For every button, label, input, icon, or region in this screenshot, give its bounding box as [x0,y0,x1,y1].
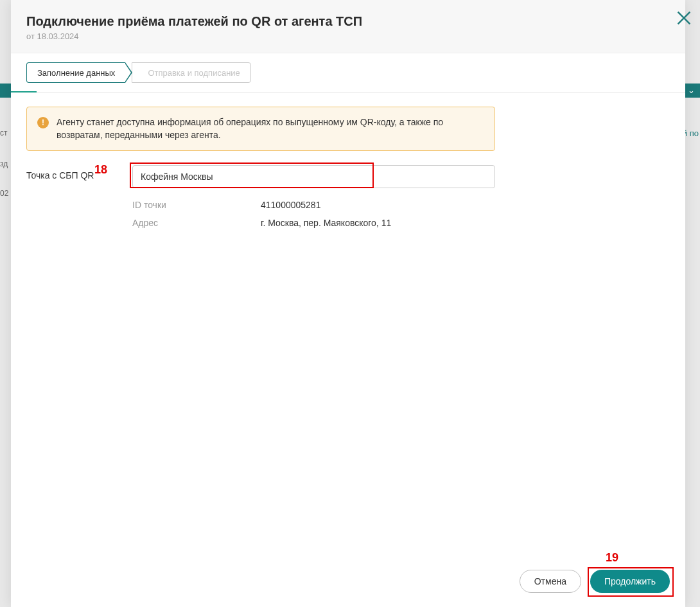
modal-content: ! Агенту станет доступна информация об о… [11,92,685,558]
alert-text: Агенту станет доступна информация об опе… [57,116,484,141]
modal-header: Подключение приёма платежей по QR от аге… [11,0,685,53]
modal-subtitle: от 18.03.2024 [26,31,670,41]
bg-text-fragment: зд [0,159,8,168]
stepper-progress-underline [11,91,37,92]
close-icon [675,9,693,27]
form-row-point: Точка с СБП QR Кофейня Москвы ID точки 4… [26,165,670,231]
point-select[interactable]: Кофейня Москвы [132,165,495,188]
address-label: Адрес [132,218,261,228]
id-value: 411000005281 [261,200,320,210]
annotation-marker-18: 18 [94,163,107,177]
step-label: Отправка и подписание [148,68,240,78]
stepper: Заполнение данных Отправка и подписание [11,53,685,92]
address-value: г. Москва, пер. Маяковского, 11 [261,218,391,228]
id-label: ID точки [132,200,261,210]
bg-text-fragment: 02 [0,189,8,198]
info-alert: ! Агенту станет доступна информация об о… [26,107,495,151]
cancel-button[interactable]: Отмена [520,570,581,593]
modal-title: Подключение приёма платежей по QR от аге… [26,14,670,29]
chevron-right-icon [125,62,132,83]
annotation-marker-19: 19 [606,551,618,565]
point-label: Точка с СБП QR [26,165,132,180]
modal-footer: Отмена Продолжить 19 [11,558,685,607]
step-label: Заполнение данных [37,68,115,78]
point-select-value: Кофейня Москвы [141,172,213,182]
warning-icon: ! [37,117,49,128]
step-fill-data[interactable]: Заполнение данных [26,62,125,83]
bg-text-fragment: ст [0,128,8,137]
continue-button[interactable]: Продолжить [590,570,670,593]
step-send-sign[interactable]: Отправка и подписание [132,62,250,83]
close-button[interactable] [671,5,697,31]
modal-dialog: Подключение приёма платежей по QR от аге… [11,0,685,607]
